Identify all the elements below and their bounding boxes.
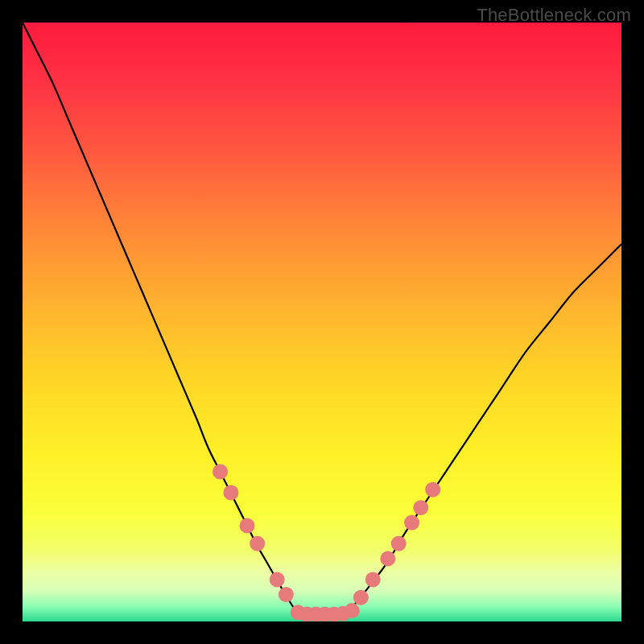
data-marker-left — [279, 587, 294, 602]
data-marker-left — [250, 536, 265, 551]
bottleneck-chart — [23, 23, 621, 621]
gradient-background — [23, 23, 621, 621]
data-marker-right — [391, 536, 407, 551]
data-marker-right — [365, 572, 381, 587]
data-marker-bottom — [345, 603, 360, 618]
data-marker-right — [413, 500, 428, 515]
chart-container: TheBottleneck.com — [0, 0, 644, 644]
data-marker-left — [223, 485, 238, 501]
data-marker-left — [213, 464, 228, 480]
data-marker-left — [270, 572, 285, 587]
data-marker-right — [353, 590, 369, 605]
data-marker-right — [404, 515, 419, 530]
data-marker-right — [425, 482, 440, 497]
data-marker-right — [380, 551, 395, 566]
data-marker-left — [240, 518, 255, 533]
